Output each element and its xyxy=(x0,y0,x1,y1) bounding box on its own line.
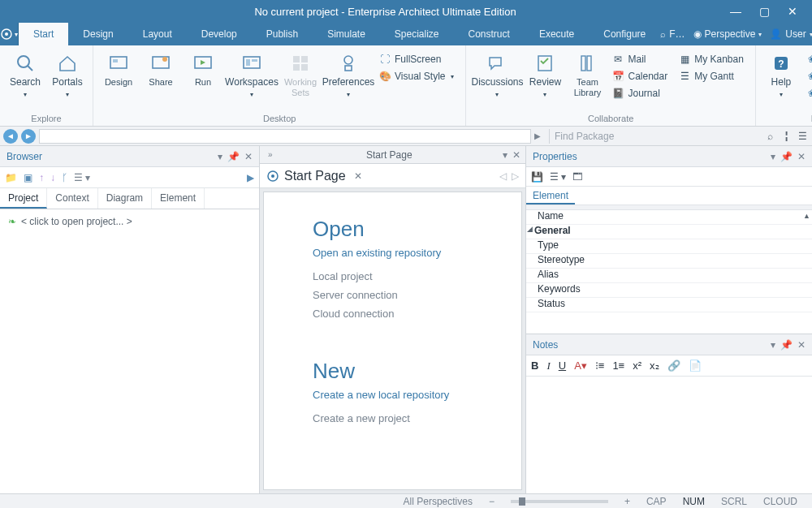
maximize-button[interactable]: ▢ xyxy=(759,5,770,18)
underline-button[interactable]: U xyxy=(559,359,566,372)
pin-icon[interactable]: 📌 xyxy=(780,151,793,162)
save-icon[interactable]: 💾 xyxy=(531,171,543,183)
zoom-in-button[interactable]: + xyxy=(616,496,638,507)
discussions-button[interactable]: Discussions▾ xyxy=(471,49,523,101)
tab-publish[interactable]: Publish xyxy=(252,23,313,45)
new-diagram-icon[interactable]: ▣ xyxy=(24,172,32,183)
up-icon[interactable]: ↑ xyxy=(39,172,44,183)
dropdown-icon[interactable]: ▾ xyxy=(503,149,508,161)
tab-design[interactable]: Design xyxy=(68,23,127,45)
help-button[interactable]: ? Help▾ xyxy=(761,49,801,101)
bold-button[interactable]: B xyxy=(531,359,538,372)
pin-icon[interactable]: 📌 xyxy=(227,151,240,162)
open-project-node[interactable]: ❧ < click to open project... > xyxy=(8,216,251,227)
tab-specialize[interactable]: Specialize xyxy=(380,23,454,45)
italic-button[interactable]: I xyxy=(546,359,550,372)
panel-menu-icon[interactable]: ▾ xyxy=(771,339,775,351)
new-package-icon[interactable]: 📁 xyxy=(5,172,17,183)
browser-tab-element[interactable]: Element xyxy=(152,188,205,209)
notes-editor[interactable] xyxy=(526,377,812,493)
tab-start[interactable]: Start xyxy=(19,23,68,45)
zoom-slider[interactable] xyxy=(511,500,608,503)
properties-section-element[interactable]: Element xyxy=(526,187,575,204)
nav-forward-button[interactable]: ► xyxy=(21,129,36,144)
subscript-button[interactable]: x₂ xyxy=(650,359,659,372)
number-list-button[interactable]: 1≡ xyxy=(612,359,624,372)
find-command[interactable]: ⌕F… xyxy=(660,28,685,40)
open-local-project[interactable]: Local project xyxy=(313,270,515,282)
preferences-button[interactable]: Preferences▾ xyxy=(322,49,374,101)
register-button[interactable]: ❀Register xyxy=(805,86,812,101)
prop-row-status[interactable]: Status xyxy=(526,298,812,312)
prop-row-name[interactable]: Name xyxy=(526,210,812,225)
app-logo[interactable]: ▾ xyxy=(0,23,19,45)
down-icon[interactable]: ↓ xyxy=(50,172,55,183)
address-bar[interactable] xyxy=(39,129,531,144)
tab-configure[interactable]: Configure xyxy=(589,23,660,45)
tab-execute[interactable]: Execute xyxy=(525,23,589,45)
close-icon[interactable]: ✕ xyxy=(244,151,253,162)
open-cloud-connection[interactable]: Cloud connection xyxy=(313,308,515,320)
minimize-button[interactable]: — xyxy=(730,5,741,18)
close-document-icon[interactable]: ✕ xyxy=(354,170,362,182)
next-icon[interactable]: ▷ xyxy=(512,170,519,182)
my-gantt-button[interactable]: ☰My Gantt xyxy=(677,69,749,84)
close-icon[interactable]: ✕ xyxy=(797,151,806,162)
browser-tab-diagram[interactable]: Diagram xyxy=(98,188,152,209)
document-tab-label[interactable]: Start Page xyxy=(276,149,503,161)
close-icon[interactable]: ✕ xyxy=(512,149,520,161)
calendar-button[interactable]: 📅Calendar xyxy=(611,69,672,84)
scroll-up-icon[interactable]: ▲ xyxy=(803,212,810,220)
nav-back-button[interactable]: ◄ xyxy=(3,129,18,144)
portals-button[interactable]: Portals▾ xyxy=(47,49,88,101)
my-kanban-button[interactable]: ▦My Kanban xyxy=(677,52,749,67)
tab-simulate[interactable]: Simulate xyxy=(313,23,380,45)
browser-tab-context[interactable]: Context xyxy=(47,188,97,209)
window-icon[interactable]: 🗔 xyxy=(572,171,582,183)
search-icon[interactable]: ⌕ xyxy=(763,131,776,142)
prop-row-type[interactable]: Type xyxy=(526,239,812,254)
hamburger-icon[interactable]: ☰ ▾ xyxy=(74,172,90,183)
font-color-button[interactable]: A▾ xyxy=(574,359,587,372)
close-icon[interactable]: ✕ xyxy=(797,339,806,351)
bullet-list-button[interactable]: ⁝≡ xyxy=(595,359,605,372)
working-sets-button[interactable]: Working Sets xyxy=(280,49,321,101)
review-button[interactable]: Review▾ xyxy=(525,49,565,101)
superscript-button[interactable]: x² xyxy=(633,359,641,372)
libraries-button[interactable]: ❀Libraries▾ xyxy=(805,69,812,84)
find-go-button[interactable]: ▶ xyxy=(534,131,546,140)
prop-row-alias[interactable]: Alias xyxy=(526,269,812,283)
zoom-out-button[interactable]: − xyxy=(481,496,503,507)
filter-icon[interactable]: ╏ xyxy=(780,131,793,142)
browser-tab-project[interactable]: Project xyxy=(0,188,47,209)
pin-icon[interactable]: 📌 xyxy=(780,339,793,351)
new-create-project[interactable]: Create a new project xyxy=(313,412,515,424)
open-server-connection[interactable]: Server connection xyxy=(313,289,515,301)
prop-row-keywords[interactable]: Keywords xyxy=(526,283,812,298)
share-button[interactable]: Share xyxy=(140,49,181,91)
list-icon[interactable]: ☰ ▾ xyxy=(550,171,566,183)
journal-button[interactable]: 📓Journal xyxy=(611,86,672,101)
close-button[interactable]: ✕ xyxy=(788,5,797,18)
hyperlink-button[interactable]: 🔗 xyxy=(667,359,680,372)
run-button[interactable]: Run xyxy=(183,49,223,91)
branch-icon[interactable]: ᚴ xyxy=(62,172,67,183)
search-button[interactable]: Search▾ xyxy=(5,49,45,101)
design-button[interactable]: Design xyxy=(98,49,139,91)
team-library-button[interactable]: Team Library xyxy=(567,49,607,101)
home-page-button[interactable]: ❀Home Page xyxy=(805,52,812,67)
menu-icon[interactable]: ☰ xyxy=(796,131,809,142)
prop-row-stereotype[interactable]: Stereotype xyxy=(526,254,812,269)
visual-style-button[interactable]: 🎨Visual Style▾ xyxy=(378,69,459,84)
prev-icon[interactable]: ◁ xyxy=(499,170,507,182)
tab-develop[interactable]: Develop xyxy=(187,23,252,45)
user-menu[interactable]: 👤User▾ xyxy=(770,28,812,40)
tabs-overflow-icon[interactable]: » xyxy=(265,150,276,159)
document-button[interactable]: 📄 xyxy=(689,359,702,372)
expand-icon[interactable]: ▶ xyxy=(247,172,254,183)
perspective-menu[interactable]: ◉Perspective▾ xyxy=(693,28,762,40)
find-package-input[interactable]: Find Package xyxy=(549,129,760,144)
workspaces-button[interactable]: Workspaces▾ xyxy=(225,49,279,101)
tab-construct[interactable]: Construct xyxy=(454,23,525,45)
prop-row-general[interactable]: ◢General xyxy=(526,225,812,239)
